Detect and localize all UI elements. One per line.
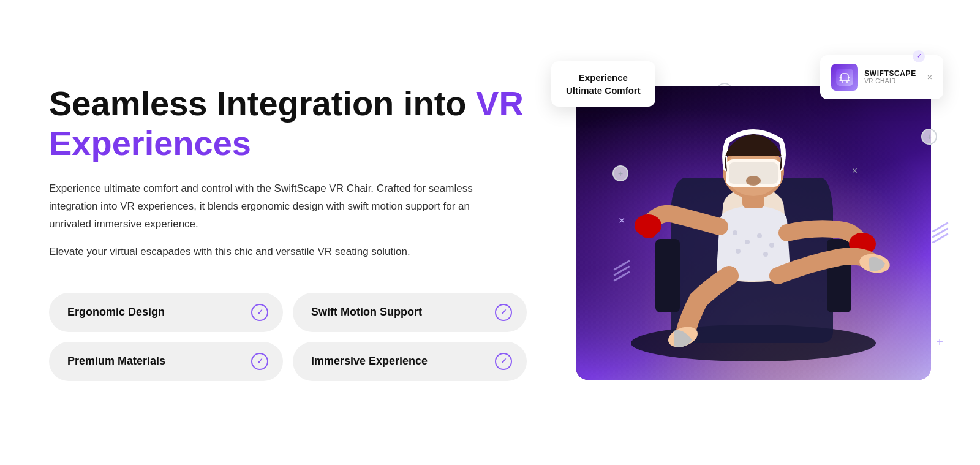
x-decoration-1: × [619,214,625,227]
svg-rect-4 [655,239,680,312]
features-grid: Ergonomic Design ✓ Swift Motion Support … [49,293,527,381]
vr-image-area [576,86,931,380]
check-circle-premium: ✓ [251,353,268,370]
check-icon-swift: ✓ [495,304,512,321]
plus-icon-2: + [612,165,628,181]
vr-scene-svg [576,86,931,380]
card-experience-line1: Experience [566,71,641,84]
description-1: Experience ultimate comfort and control … [49,180,490,233]
svg-rect-0 [836,69,853,86]
description-2: Elevate your virtual escapades with this… [49,243,490,261]
svg-point-11 [763,252,768,257]
feature-pill-premium: Premium Materials ✓ [49,342,283,381]
plus-decoration-bottom: + [936,335,943,349]
swiftscape-text: SWIFTSCAPE VR CHAIR [864,69,916,85]
check-icon-immersive: ✓ [495,353,512,370]
heading-line1-black: Seamless Integration into [49,84,467,123]
plus-icon-3: + [921,129,937,145]
close-icon-card[interactable]: × [927,72,932,82]
feature-pill-immersive: Immersive Experience ✓ [293,342,527,381]
left-content: Seamless Integration into VR Experiences… [49,84,527,380]
feature-pill-swift: Swift Motion Support ✓ [293,293,527,332]
check-icon-premium: ✓ [251,353,268,370]
heading-line2: Experiences [49,124,251,162]
svg-rect-17 [642,221,655,238]
card-experience: Experience Ultimate Comfort [551,61,655,107]
card-swiftscape: ✓ [820,55,943,99]
swiftscape-logo-icon [831,64,858,91]
svg-point-7 [745,240,750,244]
svg-point-10 [736,249,741,254]
swiftscape-brand-name: SWIFTSCAPE [864,69,916,78]
page-container: Seamless Integration into VR Experiences… [0,0,980,465]
main-heading: Seamless Integration into VR Experiences [49,84,527,163]
right-content: Experience Ultimate Comfort + ✓ [576,43,931,423]
heading-vr: VR [476,84,524,123]
check-circle-swift: ✓ [495,304,512,321]
feature-pill-ergonomic: Ergonomic Design ✓ [49,293,283,332]
check-circle-immersive: ✓ [495,353,512,370]
check-circle-ergonomic: ✓ [251,304,268,321]
svg-point-9 [769,243,774,248]
feature-label-premium: Premium Materials [67,355,165,368]
swiftscape-brand-sub: VR CHAIR [864,78,916,85]
feature-label-swift: Swift Motion Support [311,306,422,319]
check-icon-ergonomic: ✓ [251,304,268,321]
svg-point-23 [746,176,761,186]
card-check-badge: ✓ [913,50,925,62]
feature-label-ergonomic: Ergonomic Design [67,306,165,319]
slash-decoration-left [612,264,631,277]
svg-point-6 [733,230,737,235]
slash-decoration-right [931,226,949,239]
svg-point-8 [757,233,762,238]
feature-label-immersive: Immersive Experience [311,355,428,368]
card-experience-line2: Ultimate Comfort [566,84,641,97]
x-decoration-2: × [852,165,858,176]
